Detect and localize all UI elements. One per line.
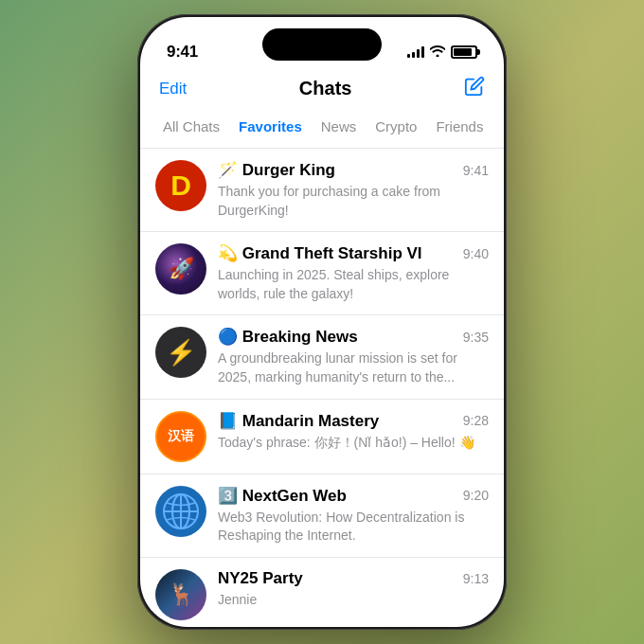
- page-title: Chats: [299, 78, 352, 99]
- chat-name: 🪄 Durger King: [218, 160, 335, 180]
- avatar-mandarin: 汉语: [155, 411, 206, 462]
- chat-content-gts: 💫 Grand Theft Starship VI 9:40 Launching…: [218, 243, 489, 303]
- chat-name: 📘 Mandarin Mastery: [218, 411, 379, 431]
- chat-item-mandarin[interactable]: 汉语 📘 Mandarin Mastery 9:28 Today's phras…: [140, 400, 504, 474]
- tab-crypto[interactable]: Crypto: [367, 115, 424, 138]
- chat-top: 🪄 Durger King 9:41: [218, 160, 489, 180]
- chat-name: 3️⃣ NextGen Web: [218, 486, 347, 506]
- wifi-icon: [430, 45, 445, 60]
- chat-time: 9:28: [463, 413, 489, 428]
- signal-icon: [407, 46, 424, 58]
- chat-preview: Web3 Revolution: How Decentralization is…: [218, 509, 489, 546]
- tab-friends[interactable]: Friends: [428, 115, 491, 138]
- chat-item-breaking-news[interactable]: ⚡ 🔵 Breaking News 9:35 A groundbreaking …: [140, 315, 504, 399]
- chat-time: 9:35: [463, 330, 489, 345]
- filter-tabs: All Chats Favorites News Crypto Friends: [140, 111, 504, 149]
- chat-name: NY25 Party: [218, 569, 303, 588]
- phone-frame: 9:41: [137, 14, 507, 630]
- status-icons: [407, 45, 477, 60]
- phone-screen: 9:41: [140, 17, 504, 627]
- avatar-nextgen: [155, 486, 206, 537]
- tab-all-chats[interactable]: All Chats: [155, 115, 227, 138]
- chat-content-ny25: NY25 Party 9:13 Jennie: [218, 569, 489, 610]
- edit-button[interactable]: Edit: [159, 80, 187, 98]
- chat-time: 9:20: [463, 488, 489, 503]
- avatar-gts: 🚀: [155, 243, 206, 295]
- avatar-ny25: 🦌: [155, 569, 206, 620]
- chat-item-durger-king[interactable]: D 🪄 Durger King 9:41 Thank you for purch…: [140, 149, 504, 232]
- chat-time: 9:41: [463, 163, 489, 178]
- chat-content-breaking-news: 🔵 Breaking News 9:35 A groundbreaking lu…: [218, 327, 489, 386]
- avatar-durger-king: D: [155, 160, 206, 211]
- dynamic-island: [262, 28, 382, 61]
- lightning-icon: ⚡: [166, 338, 196, 367]
- tab-favorites[interactable]: Favorites: [231, 115, 310, 138]
- chat-content-nextgen: 3️⃣ NextGen Web 9:20 Web3 Revolution: Ho…: [218, 486, 489, 546]
- compose-button[interactable]: [464, 76, 485, 101]
- chat-preview: Thank you for purchasing a cake from Dur…: [218, 183, 489, 220]
- chat-top: NY25 Party 9:13: [218, 569, 489, 588]
- status-time: 9:41: [167, 43, 198, 62]
- chat-time: 9:40: [463, 246, 489, 261]
- globe-icon: [161, 492, 201, 531]
- chat-item-gts[interactable]: 🚀 💫 Grand Theft Starship VI 9:40 Launchi…: [140, 232, 504, 315]
- header: Edit Chats: [140, 72, 504, 111]
- chat-content-durger-king: 🪄 Durger King 9:41 Thank you for purchas…: [218, 160, 489, 220]
- chat-name: 🔵 Breaking News: [218, 327, 358, 347]
- avatar-breaking-news: ⚡: [155, 327, 206, 378]
- chat-top: 🔵 Breaking News 9:35: [218, 327, 489, 347]
- chat-top: 3️⃣ NextGen Web 9:20: [218, 486, 489, 506]
- battery-icon: [451, 45, 477, 59]
- chat-time: 9:13: [463, 571, 489, 586]
- tab-news[interactable]: News: [313, 115, 365, 138]
- chat-name: 💫 Grand Theft Starship VI: [218, 243, 422, 263]
- chat-item-nextgen[interactable]: 3️⃣ NextGen Web 9:20 Web3 Revolution: Ho…: [140, 474, 504, 558]
- chat-preview: A groundbreaking lunar mission is set fo…: [218, 349, 489, 386]
- chat-content-mandarin: 📘 Mandarin Mastery 9:28 Today's phrase: …: [218, 411, 489, 453]
- chat-preview: Jennie: [218, 591, 489, 610]
- chat-item-ny25[interactable]: 🦌 NY25 Party 9:13 Jennie: [140, 558, 504, 627]
- chat-list: D 🪄 Durger King 9:41 Thank you for purch…: [140, 149, 504, 627]
- chat-top: 💫 Grand Theft Starship VI 9:40: [218, 243, 489, 263]
- chat-preview: Today's phrase: 你好！(Nǐ hǎo!) – Hello! 👋: [218, 434, 489, 453]
- chat-top: 📘 Mandarin Mastery 9:28: [218, 411, 489, 431]
- chat-preview: Launching in 2025. Steal ships, explore …: [218, 266, 489, 303]
